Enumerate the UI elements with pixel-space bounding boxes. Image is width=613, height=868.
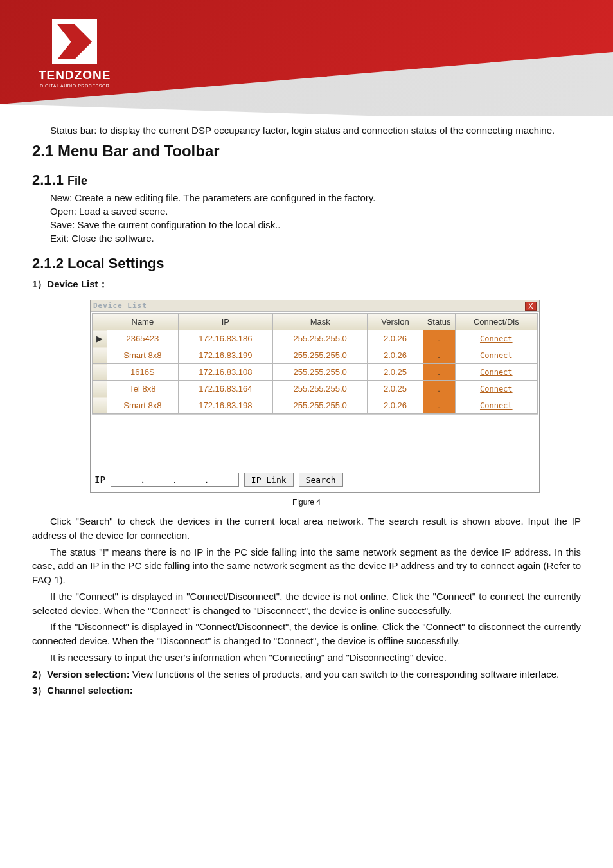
row-selector[interactable] xyxy=(93,381,107,397)
device-list-dialog: Device List X Name IP Mask Version Statu… xyxy=(90,300,540,493)
cell-name[interactable]: Smart 8x8 xyxy=(107,347,179,364)
cell-name[interactable]: Tel 8x8 xyxy=(107,381,179,397)
item-2-label: Version selection: xyxy=(47,669,132,680)
col-mask[interactable]: Mask xyxy=(273,314,368,330)
cell-ip[interactable]: 172.16.83.199 xyxy=(178,347,272,364)
para-connect: If the "Connect" is displayed in "Connec… xyxy=(32,590,581,618)
file-open: Open: Load a saved scene. xyxy=(32,206,581,217)
heading-file: 2.1.1 File xyxy=(32,172,581,188)
header-banner: TENDZONE DIGITAL AUDIO PROCESSOR xyxy=(0,0,613,116)
logo: TENDZONE DIGITAL AUDIO PROCESSOR xyxy=(39,19,111,88)
connect-link[interactable]: Connect xyxy=(480,351,513,360)
cell-status[interactable]: . xyxy=(423,330,455,347)
cell-mask[interactable]: 255.255.255.0 xyxy=(273,397,368,414)
row-selector[interactable] xyxy=(93,364,107,381)
empty-space xyxy=(92,414,538,466)
item-2-prefix: 2） xyxy=(32,669,47,680)
cell-version[interactable]: 2.0.25 xyxy=(368,381,423,397)
file-new: New: Create a new editing file. The para… xyxy=(32,192,581,203)
para-userinfo: It is necessary to input the user's info… xyxy=(32,651,581,665)
row-selector[interactable]: ▶ xyxy=(93,330,107,347)
connect-link[interactable]: Connect xyxy=(480,401,513,410)
item-3-prefix: 3） xyxy=(32,685,47,696)
cell-status[interactable]: . xyxy=(423,347,455,364)
table-row[interactable]: Smart 8x8172.16.83.199255.255.255.02.0.2… xyxy=(93,347,538,364)
cell-name[interactable]: Smart 8x8 xyxy=(107,397,179,414)
device-grid: Name IP Mask Version Status Connect/Dis … xyxy=(91,312,539,467)
file-exit: Exit: Close the software. xyxy=(32,233,581,244)
row-selector[interactable] xyxy=(93,397,107,414)
cell-name[interactable]: 2365423 xyxy=(107,330,179,347)
logo-mark-icon xyxy=(52,19,97,64)
item-1-device-list: 1）Device List： xyxy=(32,278,581,291)
col-status[interactable]: Status xyxy=(423,314,455,330)
cell-version[interactable]: 2.0.26 xyxy=(368,330,423,347)
cell-status[interactable]: . xyxy=(423,381,455,397)
cell-version[interactable]: 2.0.26 xyxy=(368,397,423,414)
header-row: Name IP Mask Version Status Connect/Dis xyxy=(93,314,538,330)
status-bar-desc: Status bar: to display the current DSP o… xyxy=(32,125,581,136)
cell-version[interactable]: 2.0.25 xyxy=(368,364,423,381)
cell-connect[interactable]: Connect xyxy=(455,381,537,397)
col-selector xyxy=(93,314,107,330)
row-selector[interactable] xyxy=(93,347,107,364)
cell-status[interactable]: . xyxy=(423,397,455,414)
col-name[interactable]: Name xyxy=(107,314,179,330)
item-3-channel-selection: 3）Channel selection: xyxy=(32,685,581,697)
file-save: Save: Save the current configuration to … xyxy=(32,219,581,230)
table-row[interactable]: Tel 8x8172.16.83.164255.255.255.02.0.25.… xyxy=(93,381,538,397)
cell-version[interactable]: 2.0.26 xyxy=(368,347,423,364)
ip-input[interactable]: . . . xyxy=(111,473,239,487)
close-icon[interactable]: X xyxy=(525,302,537,311)
cell-mask[interactable]: 255.255.255.0 xyxy=(273,347,368,364)
cell-connect[interactable]: Connect xyxy=(455,347,537,364)
cell-ip[interactable]: 172.16.83.198 xyxy=(178,397,272,414)
dialog-titlebar: Device List X xyxy=(91,300,539,312)
figure-caption: Figure 4 xyxy=(32,498,581,507)
cell-mask[interactable]: 255.255.255.0 xyxy=(273,330,368,347)
dialog-bottom-bar: IP . . . IP Link Search xyxy=(91,467,539,492)
cell-status[interactable]: . xyxy=(423,364,455,381)
device-table: Name IP Mask Version Status Connect/Dis … xyxy=(92,313,538,414)
connect-link[interactable]: Connect xyxy=(480,384,513,393)
cell-mask[interactable]: 255.255.255.0 xyxy=(273,381,368,397)
col-version[interactable]: Version xyxy=(368,314,423,330)
col-ip[interactable]: IP xyxy=(178,314,272,330)
item-3-label: Channel selection: xyxy=(47,685,132,696)
item-2-version-selection: 2）Version selection: View functions of t… xyxy=(32,669,581,681)
heading-file-num: 2.1.1 xyxy=(32,172,67,188)
para-status-bang: The status "!" means there is no IP in t… xyxy=(32,545,581,587)
connect-link[interactable]: Connect xyxy=(480,334,513,343)
connect-link[interactable]: Connect xyxy=(480,368,513,377)
cell-connect[interactable]: Connect xyxy=(455,364,537,381)
table-row[interactable]: 1616S172.16.83.108255.255.255.02.0.25.Co… xyxy=(93,364,538,381)
col-connect[interactable]: Connect/Dis xyxy=(455,314,537,330)
cell-connect[interactable]: Connect xyxy=(455,330,537,347)
logo-subtext: DIGITAL AUDIO PROCESSOR xyxy=(39,84,111,88)
table-row[interactable]: Smart 8x8172.16.83.198255.255.255.02.0.2… xyxy=(93,397,538,414)
cell-ip[interactable]: 172.16.83.108 xyxy=(178,364,272,381)
heading-file-text: File xyxy=(67,174,87,187)
item-1-label: Device List： xyxy=(47,278,107,289)
item-1-prefix: 1） xyxy=(32,278,47,289)
heading-menu-toolbar: 2.1 Menu Bar and Toolbar xyxy=(32,142,581,160)
logo-text: TENDZONE xyxy=(39,68,111,82)
para-disconnect: If the "Disconnect" is displayed in "Con… xyxy=(32,620,581,648)
cell-ip[interactable]: 172.16.83.186 xyxy=(178,330,272,347)
ip-link-button[interactable]: IP Link xyxy=(244,473,294,487)
cell-ip[interactable]: 172.16.83.164 xyxy=(178,381,272,397)
cell-mask[interactable]: 255.255.255.0 xyxy=(273,364,368,381)
table-row[interactable]: ▶2365423172.16.83.186255.255.255.02.0.26… xyxy=(93,330,538,347)
search-button[interactable]: Search xyxy=(299,473,343,487)
heading-local-settings: 2.1.2 Local Settings xyxy=(32,255,581,272)
cell-name[interactable]: 1616S xyxy=(107,364,179,381)
ip-label: IP xyxy=(94,475,105,485)
dialog-title: Device List xyxy=(93,302,147,310)
para-search: Click "Search" to check the devices in t… xyxy=(32,514,581,543)
cell-connect[interactable]: Connect xyxy=(455,397,537,414)
item-2-text: View functions of the series of products… xyxy=(132,669,559,680)
